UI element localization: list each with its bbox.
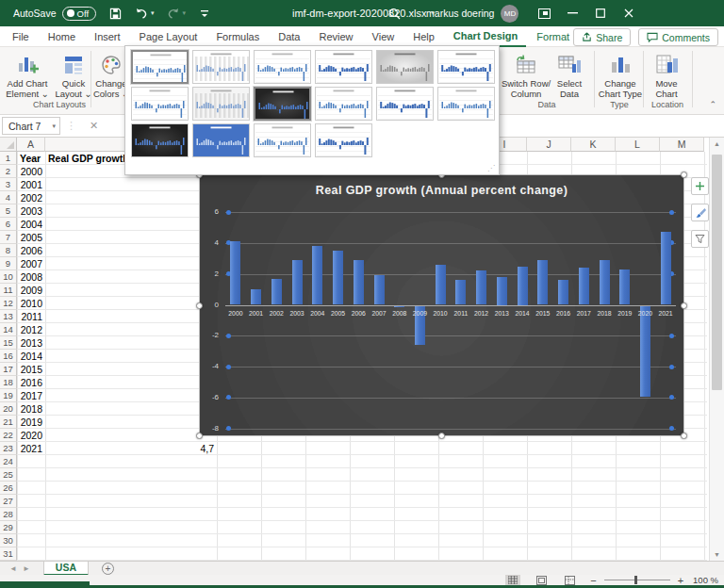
zoom-slider-thumb[interactable] — [634, 576, 637, 584]
sheet-nav-right-icon[interactable]: ► — [23, 564, 30, 573]
chart-selection-handle[interactable] — [681, 172, 687, 178]
cell-year[interactable]: 2012 — [17, 323, 45, 336]
cell-year[interactable]: 2019 — [17, 416, 45, 429]
cell-year[interactable]: 2009 — [17, 284, 45, 297]
chart-style-thumbnail[interactable] — [192, 123, 250, 157]
cell-year[interactable]: 2002 — [17, 191, 45, 204]
vertical-scrollbar[interactable]: ▲ ▼ — [709, 138, 724, 561]
cell-year[interactable]: 2004 — [17, 218, 45, 231]
add-chart-element-icon — [16, 50, 40, 76]
chart-style-thumbnail[interactable] — [437, 50, 495, 84]
cell-year[interactable]: 2020 — [17, 429, 45, 442]
cell-a1[interactable]: Year — [17, 152, 45, 165]
cell-year[interactable]: 2021 — [17, 442, 45, 455]
sheet-nav-left-icon[interactable]: ◄ — [9, 564, 17, 573]
zoom-out-icon[interactable]: − — [590, 575, 596, 586]
chart-style-thumbnail[interactable] — [376, 50, 434, 84]
cell-year[interactable]: 2008 — [17, 270, 45, 284]
cell-year[interactable]: 2018 — [17, 402, 45, 416]
tab-chart-design[interactable]: Chart Design — [445, 26, 526, 47]
cell-year[interactable]: 2016 — [17, 376, 45, 389]
cell-year[interactable]: 2014 — [17, 350, 45, 363]
cell-year[interactable]: 2006 — [17, 244, 45, 257]
ribbon-display-options-icon[interactable] — [530, 0, 558, 26]
share-button[interactable]: Share — [573, 28, 631, 46]
chart-bar — [374, 275, 385, 304]
chart-style-thumbnail[interactable] — [437, 87, 495, 121]
chart-selection-handle[interactable] — [681, 433, 687, 439]
chart-style-thumbnail[interactable] — [192, 87, 250, 121]
chart-style-thumbnail[interactable] — [315, 87, 372, 121]
comments-button[interactable]: Comments — [638, 28, 718, 46]
scroll-down-icon[interactable]: ▼ — [710, 551, 724, 558]
tab-file[interactable]: File — [4, 26, 38, 47]
zoom-level[interactable]: 100 % — [693, 575, 718, 585]
minimize-button[interactable] — [558, 0, 586, 26]
user-avatar[interactable]: MD — [501, 5, 518, 23]
collapse-ribbon-icon[interactable]: ⌃ — [709, 100, 716, 109]
redo-icon[interactable] — [166, 6, 181, 21]
chart-style-thumbnail[interactable] — [131, 87, 189, 121]
chart-selection-handle[interactable] — [681, 302, 687, 309]
chart-style-thumbnail[interactable] — [192, 50, 250, 84]
vertical-scroll-thumb[interactable] — [712, 155, 722, 390]
chart-bar — [333, 251, 343, 304]
chart-style-thumbnail[interactable] — [131, 123, 189, 157]
page-break-view-icon[interactable] — [562, 575, 577, 585]
cell-year[interactable]: 2003 — [17, 204, 45, 218]
cell-year[interactable]: 2011 — [17, 310, 45, 323]
quick-access-customize-icon[interactable] — [197, 6, 212, 21]
chart-style-thumbnail[interactable] — [315, 123, 372, 157]
cell-year[interactable]: 2007 — [17, 257, 45, 270]
tab-data[interactable]: Data — [270, 26, 308, 47]
zoom-slider[interactable] — [604, 580, 670, 580]
chart-style-thumbnail[interactable] — [376, 87, 434, 121]
cell-b23[interactable]: 4,7 — [45, 442, 217, 455]
chart-title[interactable]: Real GDP growth (Annual percent change) — [200, 184, 683, 197]
tab-format[interactable]: Format — [528, 26, 578, 47]
undo-icon[interactable] — [134, 6, 149, 21]
chart-style-thumbnail[interactable] — [131, 50, 189, 84]
chart-filters-button[interactable] — [691, 230, 709, 248]
chart-style-thumbnail[interactable] — [254, 87, 311, 121]
cancel-formula-icon[interactable]: ✕ — [90, 120, 98, 132]
tab-formulas[interactable]: Formulas — [207, 26, 268, 47]
cell-year[interactable]: 2000 — [17, 165, 45, 178]
cell-year[interactable]: 2010 — [17, 297, 45, 310]
gallery-resize-handle[interactable]: ⋰ — [487, 164, 496, 172]
maximize-button[interactable] — [586, 0, 615, 26]
chart-elements-button[interactable] — [691, 177, 709, 195]
name-box[interactable]: Chart 7▾ — [2, 117, 60, 135]
close-button[interactable] — [615, 0, 643, 26]
tab-home[interactable]: Home — [40, 26, 84, 47]
chart-selection-handle[interactable] — [438, 433, 445, 439]
tab-page-layout[interactable]: Page Layout — [131, 26, 206, 47]
chart-object[interactable]: Real GDP growth (Annual percent change) … — [199, 174, 684, 436]
cell-year[interactable]: 2017 — [17, 389, 45, 402]
scroll-up-icon[interactable]: ▲ — [710, 140, 724, 147]
cell-year[interactable]: 2015 — [17, 363, 45, 376]
save-icon[interactable] — [107, 6, 123, 21]
tab-insert[interactable]: Insert — [86, 26, 129, 47]
undo-dropdown[interactable]: ▾ — [151, 9, 155, 17]
sheet-tab-usa[interactable]: USA — [43, 562, 89, 576]
chart-style-thumbnail[interactable] — [254, 123, 311, 157]
chart-styles-button[interactable] — [691, 204, 709, 221]
chart-style-thumbnail[interactable] — [315, 50, 372, 84]
new-sheet-icon[interactable]: + — [102, 563, 114, 575]
user-name[interactable]: markus doering — [426, 8, 494, 19]
tab-help[interactable]: Help — [404, 26, 443, 47]
tab-view[interactable]: View — [364, 26, 403, 47]
chart-selection-handle[interactable] — [196, 302, 203, 309]
zoom-in-icon[interactable]: + — [678, 575, 683, 586]
autosave-toggle[interactable]: Off — [62, 7, 97, 21]
cell-year[interactable]: 2005 — [17, 231, 45, 244]
cell-year[interactable]: 2013 — [17, 336, 45, 350]
chart-style-thumbnail[interactable] — [254, 50, 311, 84]
normal-view-icon[interactable] — [505, 575, 520, 585]
redo-dropdown[interactable]: ▾ — [183, 9, 187, 17]
chart-selection-handle[interactable] — [196, 433, 203, 439]
page-layout-view-icon[interactable] — [534, 575, 549, 585]
tab-review[interactable]: Review — [310, 26, 361, 47]
cell-year[interactable]: 2001 — [17, 178, 45, 191]
